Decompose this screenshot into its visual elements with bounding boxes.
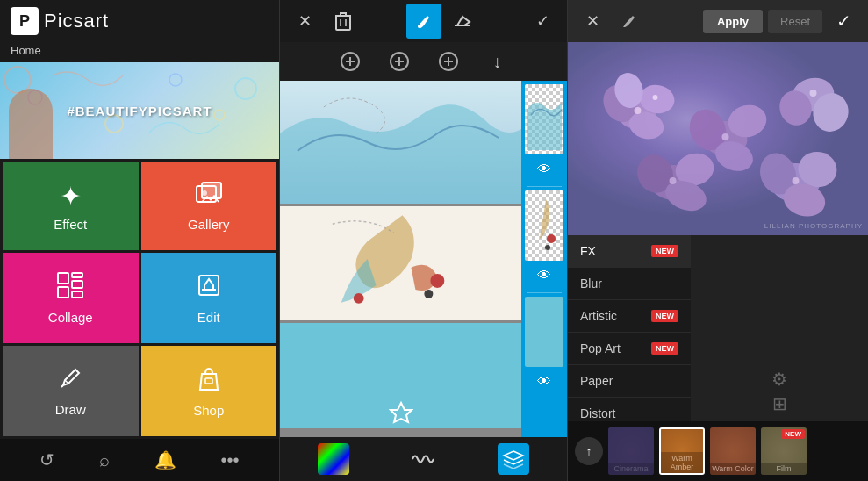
refresh-icon[interactable]: ↺	[39, 449, 54, 470]
layer-divider-1	[527, 186, 562, 187]
layer-thumb-3[interactable]	[525, 297, 563, 367]
editor-close-button[interactable]: ✕	[287, 4, 322, 39]
svg-point-8	[202, 190, 207, 196]
svg-rect-11	[72, 281, 82, 288]
gallery-icon	[195, 181, 223, 212]
home-bottom-bar: ↺ ⌕ 🔔 •••	[0, 439, 279, 481]
svg-point-58	[653, 95, 658, 100]
filter-thumb-film[interactable]: NEW Film	[761, 427, 807, 475]
layer-merge-button[interactable]	[433, 46, 464, 77]
fx-panel: ✕ Apply Reset ✓	[567, 0, 868, 481]
shop-label: Shop	[193, 403, 224, 418]
editor-panel: ✕ ✓ ↓	[279, 0, 567, 481]
draw-label: Draw	[55, 402, 86, 417]
watermark: LILLIAN PHOTOGRAPHY	[764, 222, 863, 230]
layers-panel: 👁 👁 👁	[521, 81, 567, 437]
stamp-button[interactable]	[389, 401, 413, 430]
fx-category-popart[interactable]: Pop Art NEW	[568, 333, 691, 365]
fx-category-artistic[interactable]: Artistic NEW	[568, 300, 691, 333]
layer-visibility-3[interactable]: 👁	[525, 369, 563, 395]
edit-icon	[196, 272, 222, 305]
filter-thumb-warm-amber[interactable]: Warm Amber	[659, 427, 705, 475]
menu-item-effect[interactable]: ✦ Effect	[3, 162, 139, 250]
svg-rect-63	[608, 427, 654, 475]
fx-category-distort[interactable]: Distort	[568, 398, 691, 421]
svg-rect-9	[58, 273, 68, 284]
svg-point-59	[722, 133, 729, 140]
fx-brush-button[interactable]	[613, 5, 645, 37]
editor-bottom-bar	[280, 437, 567, 481]
svg-point-60	[810, 90, 817, 97]
svg-point-5	[169, 74, 182, 86]
layer-duplicate-button[interactable]	[384, 46, 415, 77]
editor-brush-button[interactable]	[406, 4, 441, 39]
svg-point-62	[793, 177, 800, 184]
editor-toolbar-right: ✓	[525, 4, 560, 39]
search-icon[interactable]: ⌕	[99, 450, 110, 470]
canvas-area: 👁 👁 👁	[280, 81, 567, 437]
editor-toolbar-left: ✕	[287, 4, 361, 39]
filter-thumb-cinerama[interactable]: Cinerama	[608, 427, 654, 475]
hero-hashtag: #BEAUTIFYPICSART	[67, 104, 212, 118]
gallery-label: Gallery	[188, 217, 230, 232]
home-panel: P Picsart Home #BEAUTIFYPICSART ✦ Effect…	[0, 0, 279, 481]
layer-visibility-2[interactable]: 👁	[525, 262, 563, 289]
svg-point-31	[430, 274, 444, 288]
fx-check-button[interactable]: ✓	[828, 5, 859, 37]
more-icon[interactable]: •••	[221, 450, 240, 470]
svg-rect-13	[72, 291, 82, 298]
layer-visibility-1[interactable]: 👁	[525, 156, 563, 183]
menu-item-draw[interactable]: Draw	[3, 346, 139, 436]
fx-settings-area: ⚙ ⊞	[691, 235, 868, 421]
notification-icon[interactable]: 🔔	[154, 449, 176, 470]
layer-down-button[interactable]: ↓	[482, 46, 513, 77]
layer-thumb-2[interactable]	[525, 190, 563, 261]
fx-category-fx[interactable]: FX NEW	[568, 235, 691, 268]
fx-close-button[interactable]: ✕	[577, 5, 608, 37]
fx-apply-button[interactable]: Apply	[703, 10, 763, 33]
menu-item-gallery[interactable]: Gallery	[141, 162, 277, 250]
menu-item-collage[interactable]: Collage	[3, 253, 139, 343]
canvas-main[interactable]	[280, 81, 521, 437]
svg-point-2	[235, 78, 256, 99]
draw-icon	[58, 366, 82, 397]
layer-thumb-1[interactable]	[525, 84, 563, 154]
squiggle-button[interactable]	[407, 443, 439, 475]
artistic-new-badge: NEW	[651, 310, 678, 322]
fx-category-paper[interactable]: Paper	[568, 365, 691, 398]
app-name: Picsart	[44, 10, 109, 32]
editor-check-button[interactable]: ✓	[525, 4, 560, 39]
collage-icon	[57, 272, 83, 305]
filter-thumb-warm-color[interactable]: Warm Color	[710, 427, 756, 475]
grid-icon[interactable]: ⊞	[772, 393, 787, 414]
fx-category-menu: FX NEW Blur Artistic NEW Pop Art NEW Pap…	[568, 235, 691, 421]
editor-toolbar-center	[406, 4, 480, 39]
popart-new-badge: NEW	[651, 342, 678, 355]
effect-label: Effect	[54, 217, 87, 232]
editor-eraser-button[interactable]	[445, 4, 480, 39]
edit-label: Edit	[197, 310, 220, 325]
svg-point-61	[670, 177, 677, 184]
settings-icon[interactable]: ⚙	[771, 369, 787, 390]
fx-category-blur[interactable]: Blur	[568, 268, 691, 300]
logo-icon: P	[11, 7, 39, 35]
layer-tools: ↓	[280, 42, 567, 81]
hero-person-decoration	[9, 89, 53, 159]
fx-reset-button[interactable]: Reset	[768, 10, 822, 33]
menu-item-shop[interactable]: Shop	[141, 346, 277, 436]
fx-toolbar-right: Apply Reset ✓	[703, 5, 859, 37]
editor-delete-button[interactable]	[326, 4, 361, 39]
scroll-up-button[interactable]: ↑	[575, 437, 603, 465]
fx-filter-strip: ↑ Cinerama Warm Amber Warm Color NEW Fil…	[568, 421, 868, 481]
fx-new-badge: NEW	[651, 245, 678, 257]
svg-point-34	[547, 234, 556, 243]
layer-add-button[interactable]	[334, 46, 366, 77]
color-picker-button[interactable]	[318, 443, 349, 475]
hero-banner: #BEAUTIFYPICSART	[0, 62, 279, 159]
fx-toolbar: ✕ Apply Reset ✓	[568, 0, 868, 42]
layers-button[interactable]	[498, 443, 529, 475]
svg-rect-17	[336, 16, 350, 30]
svg-point-20	[418, 25, 421, 28]
menu-item-edit[interactable]: Edit	[141, 253, 277, 343]
home-nav-label: Home	[0, 42, 279, 62]
